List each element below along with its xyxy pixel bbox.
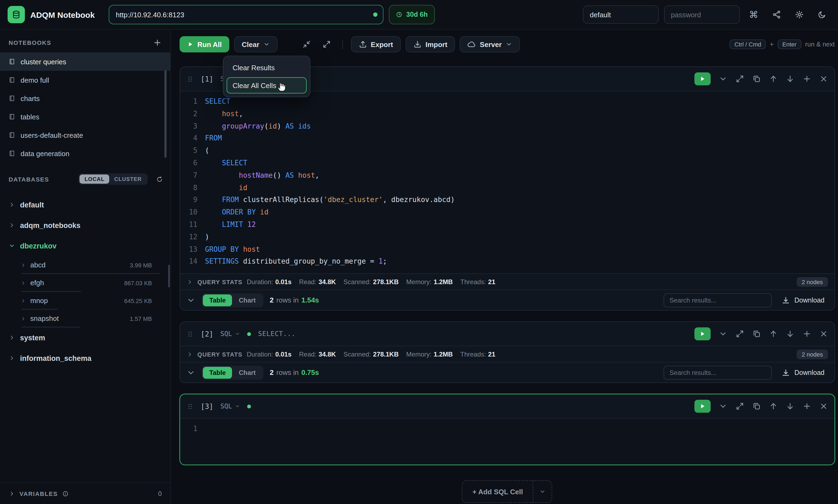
code-line[interactable]: SELECT	[205, 96, 834, 108]
collapse-cell-icon[interactable]	[718, 329, 727, 338]
move-cell-up-icon[interactable]	[769, 74, 777, 83]
tree-db-adqm_notebooks[interactable]: adqm_notebooks	[0, 215, 170, 235]
tree-scrollbar-thumb[interactable]	[168, 265, 170, 287]
variables-bar[interactable]: VARIABLES 0	[0, 482, 170, 504]
menu-item-clear-results[interactable]: Clear Results	[227, 59, 307, 76]
code-line[interactable]: SELECT	[205, 157, 834, 169]
shortcuts-button[interactable]: ⌘	[745, 6, 762, 23]
tree-table-snapshot[interactable]: snapshot1.57 MB	[0, 309, 170, 327]
move-cell-down-icon[interactable]	[786, 402, 794, 411]
add-cell-icon[interactable]	[802, 329, 811, 338]
refresh-databases-button[interactable]	[156, 176, 163, 182]
sidebar-notebook-demo-full[interactable]: demo full	[0, 71, 170, 89]
maximize-cell-icon[interactable]	[735, 329, 744, 338]
run-cell-button[interactable]	[694, 400, 711, 413]
code-line[interactable]: )	[205, 231, 834, 244]
query-stats-bar[interactable]: QUERY STATS Duration:0.01sRead:34.8KScan…	[180, 273, 834, 290]
sql-editor[interactable]: 1234567891011121314 SELECT host, groupAr…	[180, 91, 834, 273]
search-results-input[interactable]	[664, 293, 772, 307]
collapsed-query-preview[interactable]: SELECT...	[258, 330, 295, 338]
duplicate-cell-icon[interactable]	[752, 402, 761, 411]
password-input[interactable]	[664, 5, 739, 24]
chevron-right-icon[interactable]	[187, 351, 193, 357]
sidebar-scrollbar-thumb[interactable]	[165, 70, 167, 158]
query-stats-bar[interactable]: QUERY STATS Duration:0.01sRead:34.8KScan…	[180, 346, 834, 362]
sidebar-notebook-charts[interactable]: charts	[0, 89, 170, 108]
code-line[interactable]: (	[205, 145, 834, 157]
code-line[interactable]: GROUP BY host	[205, 244, 834, 256]
code-line[interactable]: id	[205, 182, 834, 194]
run-all-button[interactable]: Run All	[179, 36, 229, 52]
chevron-down-icon[interactable]	[187, 368, 195, 377]
cell3-code[interactable]	[205, 423, 834, 459]
code-line[interactable]: host,	[205, 108, 834, 121]
chevron-right-icon[interactable]	[8, 222, 15, 229]
cell-language-select[interactable]: SQL	[220, 402, 240, 410]
chevron-right-icon[interactable]	[8, 335, 15, 341]
delete-cell-icon[interactable]	[819, 402, 828, 411]
sidebar-notebook-cluster-queries[interactable]: cluster queries	[0, 52, 170, 71]
menu-item-clear-all-cells[interactable]: Clear All Cells	[227, 77, 307, 93]
add-cell-icon[interactable]	[802, 74, 811, 83]
tab-chart[interactable]: Chart	[232, 366, 262, 378]
sidebar-notebook-users-default-create[interactable]: users-default-create	[0, 126, 170, 144]
code-line[interactable]: FROM clusterAllReplicas('dbez_cluster', …	[205, 194, 834, 206]
drag-handle-icon[interactable]	[187, 75, 194, 83]
chevron-right-icon[interactable]	[8, 355, 15, 361]
code-line[interactable]: FROM	[205, 132, 834, 145]
chevron-right-icon[interactable]	[187, 278, 193, 285]
tree-db-dbezrukov[interactable]: dbezrukov	[0, 235, 170, 256]
code-line[interactable]: hostName() AS host,	[205, 169, 834, 182]
export-button[interactable]: Export	[351, 36, 400, 52]
tree-table-abcd[interactable]: abcd3.99 MB	[0, 256, 170, 274]
delete-cell-icon[interactable]	[819, 329, 828, 338]
move-cell-up-icon[interactable]	[769, 402, 777, 411]
scope-local-option[interactable]: LOCAL	[80, 175, 109, 184]
download-button[interactable]: Download	[778, 296, 828, 304]
drag-handle-icon[interactable]	[187, 330, 194, 337]
run-cell-button[interactable]	[694, 327, 711, 340]
code-line[interactable]	[205, 423, 834, 435]
tree-db-default[interactable]: default	[0, 195, 170, 215]
chevron-down-icon[interactable]	[8, 242, 15, 249]
cell-language-select[interactable]: SQL	[220, 330, 240, 338]
code-line[interactable]: groupArray(id) AS ids	[205, 120, 834, 132]
chevron-right-icon[interactable]	[20, 298, 26, 303]
theme-toggle-button[interactable]	[813, 6, 831, 23]
tab-chart[interactable]: Chart	[232, 294, 262, 306]
share-button[interactable]	[768, 6, 785, 23]
add-sql-cell-button[interactable]: + Add SQL Cell	[462, 480, 552, 503]
maximize-cell-icon[interactable]	[735, 74, 744, 83]
chevron-right-icon[interactable]	[20, 316, 26, 321]
maximize-cell-icon[interactable]	[735, 402, 744, 411]
clear-button[interactable]: Clear	[234, 36, 277, 52]
run-cell-button[interactable]	[694, 72, 711, 85]
add-cell-icon[interactable]	[802, 402, 811, 411]
code-line[interactable]: LIMIT 12	[205, 219, 834, 231]
chevron-right-icon[interactable]	[8, 201, 15, 208]
server-button[interactable]: Server	[460, 36, 519, 52]
move-cell-down-icon[interactable]	[786, 329, 794, 338]
tree-db-information_schema[interactable]: information_schema	[0, 348, 170, 368]
tab-table[interactable]: Table	[203, 366, 232, 378]
tab-table[interactable]: Table	[203, 294, 232, 306]
delete-cell-icon[interactable]	[819, 74, 828, 83]
username-input[interactable]	[583, 5, 659, 24]
search-results-input[interactable]	[664, 365, 772, 379]
duplicate-cell-icon[interactable]	[752, 329, 761, 338]
collapse-cell-icon[interactable]	[718, 74, 727, 83]
chevron-down-icon[interactable]	[187, 296, 195, 304]
expand-all-button[interactable]	[319, 36, 334, 52]
chevron-right-icon[interactable]	[20, 280, 26, 286]
scope-cluster-option[interactable]: CLUSTER	[109, 175, 147, 184]
cell1-code[interactable]: SELECT host, groupArray(id) AS idsFROM( …	[205, 96, 834, 268]
collapse-all-button[interactable]	[299, 36, 314, 52]
sql-editor[interactable]: 1	[180, 418, 834, 465]
settings-button[interactable]	[790, 6, 808, 23]
move-cell-down-icon[interactable]	[786, 74, 794, 83]
collapse-cell-icon[interactable]	[718, 402, 727, 411]
tree-db-system[interactable]: system	[0, 327, 170, 348]
chevron-right-icon[interactable]	[8, 490, 15, 497]
tree-table-efgh[interactable]: efgh867.03 KB	[0, 274, 170, 292]
sidebar-notebook-data-generation[interactable]: data generation	[0, 144, 170, 163]
